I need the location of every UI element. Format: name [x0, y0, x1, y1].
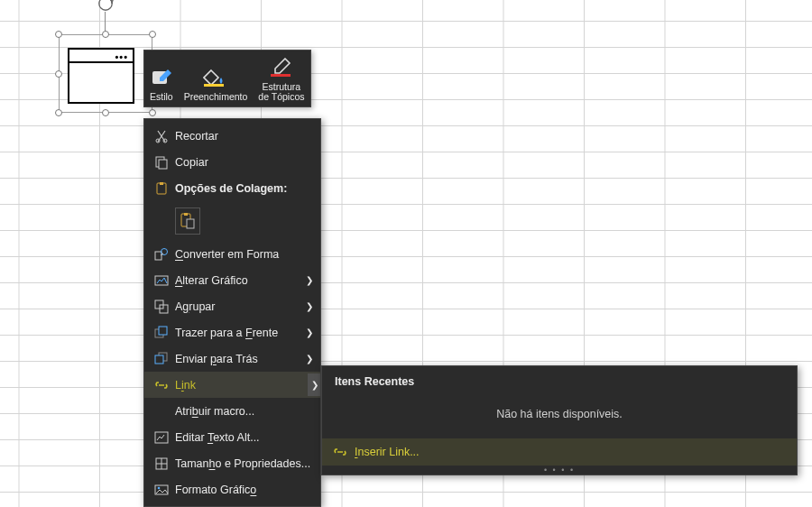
- context-menu: Recortar Copiar Opções de Colagem: Conve…: [143, 118, 321, 507]
- resize-handle[interactable]: [55, 109, 62, 116]
- menu-label: Atribuir macro...: [171, 405, 313, 418]
- outline-label: Estrutura de Tópicos: [258, 82, 304, 103]
- group-icon: [152, 300, 171, 314]
- menu-label: Tamanho e Propriedades...: [171, 457, 313, 470]
- fill-label: Preenchimento: [184, 92, 248, 103]
- style-label: Estilo: [150, 92, 173, 103]
- svg-rect-19: [159, 327, 167, 335]
- menu-label: Opções de Colagem:: [171, 182, 313, 195]
- style-icon: [151, 66, 172, 89]
- menu-label: Recortar: [171, 130, 313, 143]
- menu-label: Alterar Gráfico: [171, 274, 300, 287]
- alt-text-icon: [152, 430, 171, 445]
- menu-group[interactable]: Agrupar ❯: [144, 293, 320, 319]
- paste-options-row: [144, 201, 320, 241]
- mini-toolbar: Estilo Preenchimento Estrutura de Tópico…: [143, 50, 311, 107]
- selection-box[interactable]: [59, 34, 152, 113]
- submenu-header: Itens Recentes: [322, 366, 797, 393]
- change-graphic-icon: [152, 273, 171, 288]
- outline-button[interactable]: Estrutura de Tópicos: [253, 51, 309, 106]
- svg-rect-12: [187, 219, 194, 228]
- menu-edit-alt-text[interactable]: Editar Texto Alt...: [144, 424, 320, 450]
- fill-button[interactable]: Preenchimento: [179, 51, 254, 106]
- resize-handle[interactable]: [55, 31, 62, 38]
- menu-label: Converter em Forma: [171, 248, 313, 261]
- menu-copy[interactable]: Copiar: [144, 149, 320, 175]
- style-button[interactable]: Estilo: [144, 51, 179, 106]
- menu-send-back[interactable]: Enviar para Trás ❯: [144, 346, 320, 372]
- clipboard-icon: [152, 181, 171, 196]
- outline-icon: [269, 56, 294, 79]
- cut-icon: [152, 129, 171, 143]
- send-back-icon: [152, 352, 171, 366]
- svg-point-0: [99, 0, 112, 10]
- resize-handle[interactable]: [55, 70, 62, 78]
- menu-label: Trazer para a Frente: [171, 327, 300, 339]
- menu-cut[interactable]: Recortar: [144, 123, 320, 149]
- svg-rect-11: [184, 213, 188, 216]
- svg-rect-2: [204, 84, 224, 87]
- rotate-handle[interactable]: [97, 0, 114, 12]
- resize-handle[interactable]: [149, 109, 156, 116]
- size-props-icon: [152, 456, 171, 471]
- resize-handle[interactable]: [102, 31, 109, 38]
- menu-convert-to-shape[interactable]: Converter em Forma: [144, 241, 320, 267]
- menu-label: Editar Texto Alt...: [171, 431, 313, 444]
- copy-icon: [152, 155, 171, 170]
- svg-rect-9: [160, 182, 163, 185]
- submenu-label: Inserir Link...: [355, 446, 420, 458]
- menu-format-graphic[interactable]: Formato Gráfico: [144, 476, 320, 502]
- convert-shape-icon: [152, 247, 171, 262]
- svg-rect-13: [155, 252, 161, 260]
- chevron-right-icon: ❯: [308, 373, 320, 396]
- resize-handle[interactable]: [102, 109, 109, 116]
- submenu-insert-link[interactable]: Inserir Link...: [322, 438, 797, 466]
- svg-point-25: [158, 486, 161, 489]
- bring-front-icon: [152, 326, 171, 340]
- menu-label: Formato Gráfico: [171, 484, 313, 496]
- svg-rect-22: [155, 432, 168, 443]
- menu-label: Enviar para Trás: [171, 353, 300, 365]
- menu-link[interactable]: Link ❯: [144, 372, 320, 398]
- chevron-right-icon: ❯: [300, 327, 313, 337]
- svg-rect-7: [159, 160, 167, 169]
- menu-label: Link: [171, 379, 308, 392]
- paste-option[interactable]: [175, 207, 200, 235]
- menu-size-properties[interactable]: Tamanho e Propriedades...: [144, 450, 320, 476]
- menu-assign-macro[interactable]: Atribuir macro...: [144, 398, 320, 424]
- link-submenu: Itens Recentes Não há itens disponíveis.…: [321, 365, 798, 475]
- menu-label: Agrupar: [171, 300, 300, 313]
- chevron-right-icon: ❯: [300, 275, 313, 285]
- svg-rect-21: [155, 355, 163, 364]
- chevron-right-icon: ❯: [300, 301, 313, 311]
- selection-border: [59, 34, 152, 113]
- fill-icon: [203, 66, 228, 89]
- menu-change-graphic[interactable]: Alterar Gráfico ❯: [144, 267, 320, 293]
- menu-paste-options-header: Opções de Colagem:: [144, 175, 320, 201]
- resize-handle[interactable]: [149, 31, 156, 38]
- menu-label: Copiar: [171, 156, 313, 169]
- submenu-resize-grip[interactable]: • • • •: [322, 466, 797, 475]
- link-icon: [152, 378, 171, 392]
- menu-bring-front[interactable]: Trazer para a Frente ❯: [144, 319, 320, 346]
- chevron-right-icon: ❯: [300, 354, 313, 364]
- svg-rect-3: [271, 74, 291, 77]
- format-graphic-icon: [152, 483, 171, 497]
- link-icon: [333, 445, 347, 459]
- submenu-empty-text: Não há itens disponíveis.: [322, 393, 797, 438]
